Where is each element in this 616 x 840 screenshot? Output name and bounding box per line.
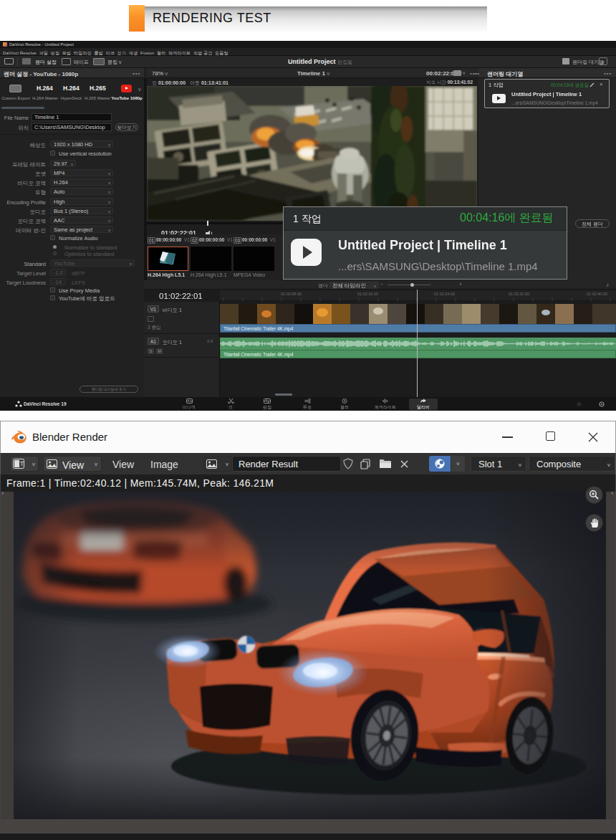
svg-text:T: T — [20, 460, 24, 467]
